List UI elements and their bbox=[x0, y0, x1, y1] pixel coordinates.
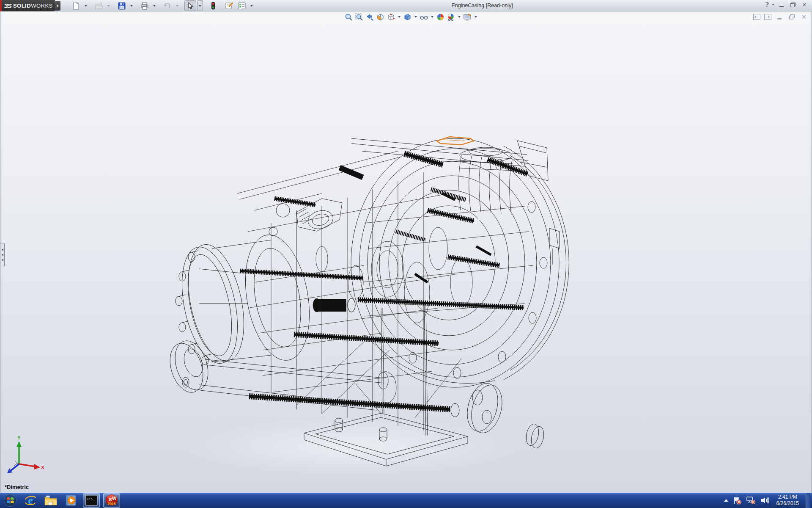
dropdown-caret-icon bbox=[153, 5, 156, 7]
taskbar-windows-explorer-button[interactable] bbox=[42, 493, 59, 508]
select-cursor-icon bbox=[187, 2, 194, 10]
previous-view-icon bbox=[366, 13, 374, 21]
zoom-to-fit-icon bbox=[345, 13, 353, 21]
taskbar-clock[interactable]: 2:41 PM 6/26/2015 bbox=[774, 494, 801, 507]
options-dropdown[interactable] bbox=[249, 0, 255, 11]
triad-x-label: X bbox=[41, 465, 44, 470]
options-checklist-icon bbox=[238, 2, 246, 10]
windows-start-orb-icon bbox=[3, 494, 17, 507]
menu-flyout-button[interactable] bbox=[55, 1, 60, 11]
print-icon bbox=[140, 2, 149, 10]
left-lever-paddle bbox=[164, 337, 214, 397]
zoom-to-area-button[interactable] bbox=[354, 13, 364, 22]
document-minimize-button[interactable] bbox=[775, 14, 784, 20]
solid-pin bbox=[313, 298, 355, 312]
view-orientation-dropdown[interactable] bbox=[397, 13, 401, 22]
display-style-button[interactable] bbox=[403, 13, 412, 22]
taskbar-command-prompt-button[interactable]: C:\_ bbox=[83, 493, 100, 508]
zoom-to-area-icon bbox=[355, 13, 363, 21]
show-hidden-icons-button[interactable] bbox=[724, 499, 728, 502]
new-document-icon bbox=[72, 2, 80, 10]
undo-button[interactable] bbox=[162, 0, 173, 11]
help-button[interactable]: ? bbox=[765, 1, 769, 8]
dropdown-caret-icon bbox=[250, 5, 253, 7]
volume-speaker-icon[interactable] bbox=[760, 496, 770, 505]
close-icon: ✕ bbox=[801, 14, 807, 19]
restore-button[interactable] bbox=[789, 1, 797, 8]
eyeglasses-icon bbox=[420, 13, 428, 21]
select-dropdown[interactable] bbox=[197, 0, 203, 11]
taskbar-internet-explorer-button[interactable]: e bbox=[22, 493, 39, 508]
previous-view-button[interactable] bbox=[365, 13, 374, 22]
open-document-icon bbox=[95, 2, 103, 10]
display-style-dropdown[interactable] bbox=[413, 13, 418, 22]
taskbar-media-player-button[interactable] bbox=[63, 493, 80, 508]
selected-edge-highlight[interactable] bbox=[437, 137, 474, 145]
section-view-icon bbox=[376, 13, 384, 21]
save-dropdown[interactable] bbox=[129, 0, 134, 11]
svg-text:W: W bbox=[112, 496, 117, 501]
casing-rings bbox=[351, 138, 569, 387]
brand-light: WORKS bbox=[31, 3, 53, 9]
dropdown-caret-icon bbox=[475, 16, 477, 18]
hide-show-items-button[interactable] bbox=[419, 13, 428, 22]
minimize-button[interactable] bbox=[777, 1, 786, 8]
view-orientation-button[interactable] bbox=[386, 13, 395, 22]
help-dropdown[interactable] bbox=[772, 4, 774, 5]
flyout-arrow-icon bbox=[57, 4, 59, 8]
network-status-icon[interactable] bbox=[746, 496, 756, 505]
display-style-icon bbox=[403, 13, 411, 21]
pane-left-icon bbox=[754, 16, 756, 18]
apply-scene-dropdown[interactable] bbox=[457, 13, 461, 22]
open-document-dropdown[interactable] bbox=[106, 0, 112, 11]
taskbar-solidworks-button[interactable]: S W 2015 bbox=[103, 493, 120, 508]
view-settings-button[interactable] bbox=[463, 13, 472, 22]
open-document-button[interactable] bbox=[93, 0, 105, 11]
feature-tree-collapsed-tab[interactable] bbox=[0, 243, 5, 266]
section-view-button[interactable] bbox=[376, 13, 385, 22]
minimize-icon bbox=[777, 18, 782, 19]
window-controls: ? ✕ bbox=[765, 1, 809, 8]
clock-time: 2:41 PM bbox=[776, 494, 799, 500]
dropdown-caret-icon bbox=[414, 16, 417, 18]
close-button[interactable]: ✕ bbox=[800, 1, 809, 8]
print-button[interactable] bbox=[139, 0, 151, 11]
collapse-arrow-icon bbox=[2, 248, 3, 251]
rebuild-button[interactable] bbox=[207, 0, 219, 11]
dropdown-caret-icon bbox=[176, 5, 178, 7]
file-properties-button[interactable] bbox=[223, 0, 235, 11]
view-settings-dropdown[interactable] bbox=[473, 13, 478, 22]
expand-right-pane-button[interactable] bbox=[764, 14, 771, 20]
brand-bold: SOLID bbox=[13, 3, 31, 9]
pane-right-icon bbox=[768, 16, 770, 18]
edit-appearance-button[interactable] bbox=[436, 13, 445, 22]
view-settings-icon bbox=[463, 13, 472, 21]
dropdown-caret-icon bbox=[199, 5, 201, 7]
window-title: EngineCasing [Read-only] bbox=[451, 3, 513, 8]
select-button[interactable] bbox=[184, 0, 196, 11]
dropdown-caret-icon bbox=[107, 5, 110, 7]
windows-taskbar: e C:\_ bbox=[0, 493, 812, 508]
undo-dropdown[interactable] bbox=[174, 0, 180, 11]
show-desktop-button[interactable] bbox=[806, 493, 810, 508]
graphics-viewport[interactable]: ✕ Y X *Dimetric bbox=[0, 11, 812, 493]
new-document-dropdown[interactable] bbox=[83, 0, 89, 11]
start-button[interactable] bbox=[2, 493, 19, 508]
hide-show-items-dropdown[interactable] bbox=[430, 13, 434, 22]
collapse-left-pane-button[interactable] bbox=[753, 14, 760, 20]
apply-scene-button[interactable] bbox=[446, 13, 455, 22]
document-close-button[interactable]: ✕ bbox=[800, 14, 808, 20]
save-button[interactable] bbox=[116, 0, 128, 11]
action-center-flag-icon[interactable] bbox=[732, 496, 742, 505]
print-dropdown[interactable] bbox=[151, 0, 157, 11]
options-button[interactable] bbox=[236, 0, 248, 11]
title-bar[interactable]: ЗS SOLIDWORKS bbox=[0, 0, 812, 11]
svg-text:2015: 2015 bbox=[108, 502, 116, 506]
svg-text:C:\_: C:\_ bbox=[87, 497, 95, 501]
new-document-button[interactable] bbox=[70, 0, 82, 11]
minimize-icon bbox=[779, 6, 784, 7]
engine-casing-wireframe-model[interactable] bbox=[0, 11, 812, 493]
document-restore-button[interactable] bbox=[787, 14, 796, 20]
zoom-to-fit-button[interactable] bbox=[344, 13, 353, 22]
triad-y-label: Y bbox=[17, 435, 21, 440]
